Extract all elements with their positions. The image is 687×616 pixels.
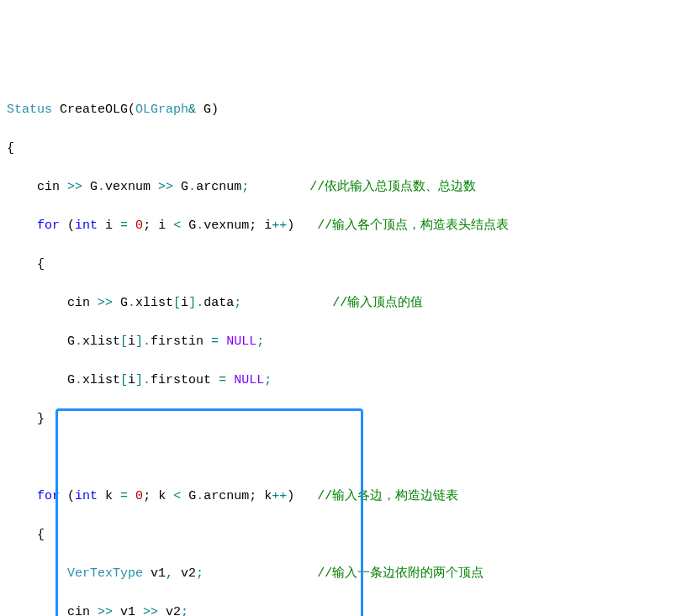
code-line: cin >> G.vexnum >> G.arcnum; //依此输入总顶点数、… (7, 177, 680, 197)
code-line: { (7, 255, 680, 274)
code-line: cin >> G.xlist[i].data; //输入顶点的值 (7, 293, 680, 313)
code-line: Status CreateOLG(OLGraph& G) (7, 100, 680, 119)
code-line: for (int i = 0; i < G.vexnum; i++) //输入各… (7, 216, 680, 235)
code-line (7, 448, 680, 467)
code-line: for (int k = 0; k < G.arcnum; k++) //输入各… (7, 487, 680, 506)
code-line: G.xlist[i].firstin = NULL; (7, 332, 680, 351)
code-line: G.xlist[i].firstout = NULL; (7, 371, 680, 390)
code-line: { (7, 525, 680, 545)
code-line: { (7, 139, 680, 158)
code-line: } (7, 409, 680, 429)
highlight-box (55, 408, 363, 616)
code-line: cin >> v1 >> v2; (7, 603, 680, 616)
code-line: VerTexType v1, v2; //输入一条边依附的两个顶点 (7, 564, 680, 583)
code-block: Status CreateOLG(OLGraph& G) { cin >> G.… (7, 81, 680, 616)
